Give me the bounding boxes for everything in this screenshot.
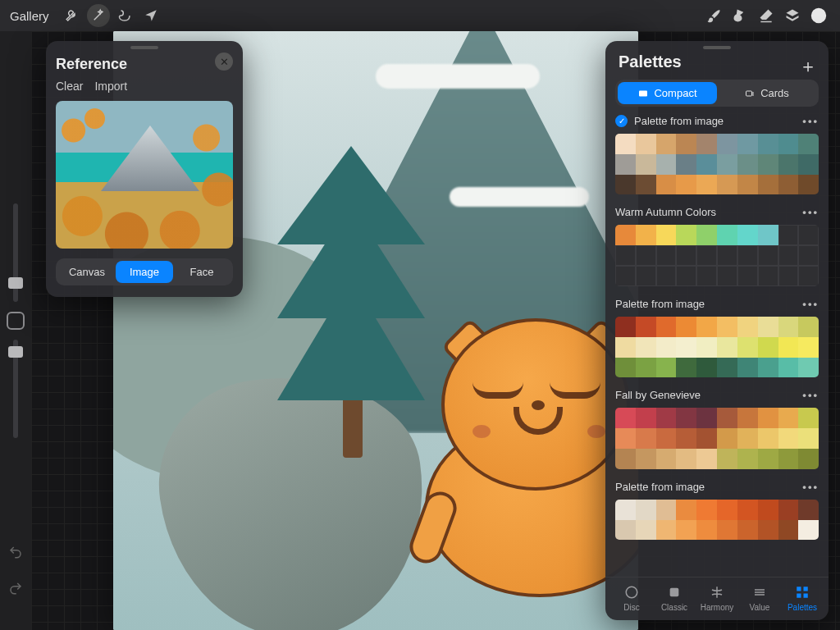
color-swatch[interactable] — [758, 408, 778, 428]
reference-tab-image[interactable]: Image — [116, 261, 173, 283]
color-swatch[interactable] — [758, 500, 778, 520]
color-swatch[interactable] — [758, 245, 778, 266]
color-swatch[interactable] — [798, 449, 819, 469]
color-swatch[interactable] — [737, 225, 758, 245]
palettes-view-compact[interactable]: Compact — [618, 82, 717, 104]
color-swatch[interactable] — [676, 225, 696, 245]
color-swatch[interactable] — [778, 337, 799, 358]
color-swatch[interactable] — [676, 520, 696, 541]
color-swatch[interactable] — [737, 245, 758, 266]
color-swatch[interactable] — [636, 245, 656, 266]
color-swatch[interactable] — [696, 428, 717, 449]
color-swatch[interactable] — [737, 175, 758, 195]
color-swatch[interactable] — [717, 337, 737, 358]
color-swatch[interactable] — [676, 428, 696, 449]
color-swatch[interactable] — [717, 358, 737, 378]
color-swatch[interactable] — [636, 500, 656, 520]
color-swatch[interactable] — [758, 175, 778, 195]
color-swatch[interactable] — [737, 500, 758, 520]
color-swatch[interactable] — [696, 175, 717, 195]
color-swatch[interactable] — [737, 358, 758, 378]
color-swatch[interactable] — [696, 134, 717, 154]
tab-classic[interactable]: Classic — [655, 584, 694, 612]
color-swatch[interactable] — [798, 317, 819, 337]
color-swatch[interactable] — [798, 266, 819, 286]
undo-icon[interactable] — [7, 543, 25, 561]
color-swatch[interactable] — [656, 175, 677, 195]
color-swatch[interactable] — [758, 428, 778, 449]
wand-icon[interactable] — [87, 4, 110, 27]
transform-arrow-icon[interactable] — [139, 4, 162, 27]
color-swatch[interactable] — [737, 428, 758, 449]
palette-name[interactable]: Warm Autumn Colors — [615, 206, 716, 218]
color-swatch[interactable] — [737, 134, 758, 154]
color-swatch[interactable] — [696, 337, 717, 358]
color-swatch[interactable] — [656, 134, 677, 154]
brush-icon[interactable] — [702, 4, 725, 27]
color-swatch[interactable] — [778, 408, 799, 428]
color-swatch[interactable] — [696, 408, 717, 428]
color-swatch[interactable] — [656, 520, 677, 541]
color-swatch[interactable] — [615, 245, 636, 266]
color-swatch[interactable] — [696, 520, 717, 541]
color-swatch[interactable] — [758, 266, 778, 286]
color-swatch[interactable] — [696, 317, 717, 337]
color-swatch[interactable] — [717, 175, 737, 195]
color-swatch[interactable] — [798, 134, 819, 154]
color-swatch[interactable] — [636, 266, 656, 286]
color-swatch-icon[interactable] — [807, 4, 830, 27]
color-swatch[interactable] — [798, 337, 819, 358]
brush-opacity-slider[interactable] — [13, 340, 18, 438]
reference-clear-button[interactable]: Clear — [56, 80, 83, 93]
color-swatch[interactable] — [717, 245, 737, 266]
color-swatch[interactable] — [717, 154, 737, 175]
color-swatch[interactable] — [798, 520, 819, 541]
color-swatch[interactable] — [676, 245, 696, 266]
color-swatch[interactable] — [636, 428, 656, 449]
color-swatch[interactable] — [615, 154, 636, 175]
color-swatch[interactable] — [636, 358, 656, 378]
color-swatch[interactable] — [737, 154, 758, 175]
color-swatch[interactable] — [636, 520, 656, 541]
palette-name[interactable]: Palette from image — [615, 481, 705, 493]
color-swatch[interactable] — [696, 358, 717, 378]
color-swatch[interactable] — [737, 449, 758, 469]
palettes-view-cards[interactable]: Cards — [717, 82, 816, 104]
color-swatch[interactable] — [656, 337, 677, 358]
reference-import-button[interactable]: Import — [94, 80, 127, 93]
color-swatch[interactable] — [798, 408, 819, 428]
color-swatch[interactable] — [615, 266, 636, 286]
color-swatch[interactable] — [656, 358, 677, 378]
color-swatch[interactable] — [758, 337, 778, 358]
smudge-icon[interactable] — [728, 4, 751, 27]
selection-icon[interactable] — [113, 4, 136, 27]
color-swatch[interactable] — [717, 500, 737, 520]
palette-name[interactable]: Palette from image — [615, 298, 705, 310]
color-swatch[interactable] — [696, 449, 717, 469]
tab-disc[interactable]: Disc — [612, 584, 651, 612]
color-swatch[interactable] — [676, 317, 696, 337]
color-swatch[interactable] — [778, 175, 799, 195]
reference-tab-face[interactable]: Face — [173, 261, 231, 283]
color-swatch[interactable] — [656, 428, 677, 449]
color-swatch[interactable] — [798, 175, 819, 195]
color-swatch[interactable] — [778, 358, 799, 378]
color-swatch[interactable] — [798, 428, 819, 449]
color-swatch[interactable] — [758, 317, 778, 337]
color-swatch[interactable] — [798, 225, 819, 245]
color-swatch[interactable] — [737, 408, 758, 428]
color-swatch[interactable] — [636, 154, 656, 175]
color-swatch[interactable] — [615, 337, 636, 358]
wrench-icon[interactable] — [61, 4, 84, 27]
color-swatch[interactable] — [696, 266, 717, 286]
redo-icon[interactable] — [7, 579, 25, 597]
color-swatch[interactable] — [615, 225, 636, 245]
color-swatch[interactable] — [758, 449, 778, 469]
color-swatch[interactable] — [778, 245, 799, 266]
color-swatch[interactable] — [778, 134, 799, 154]
color-swatch[interactable] — [656, 266, 677, 286]
palette-name[interactable]: Palette from image — [634, 115, 724, 127]
reference-image[interactable] — [56, 101, 233, 249]
color-swatch[interactable] — [636, 449, 656, 469]
color-swatch[interactable] — [798, 358, 819, 378]
